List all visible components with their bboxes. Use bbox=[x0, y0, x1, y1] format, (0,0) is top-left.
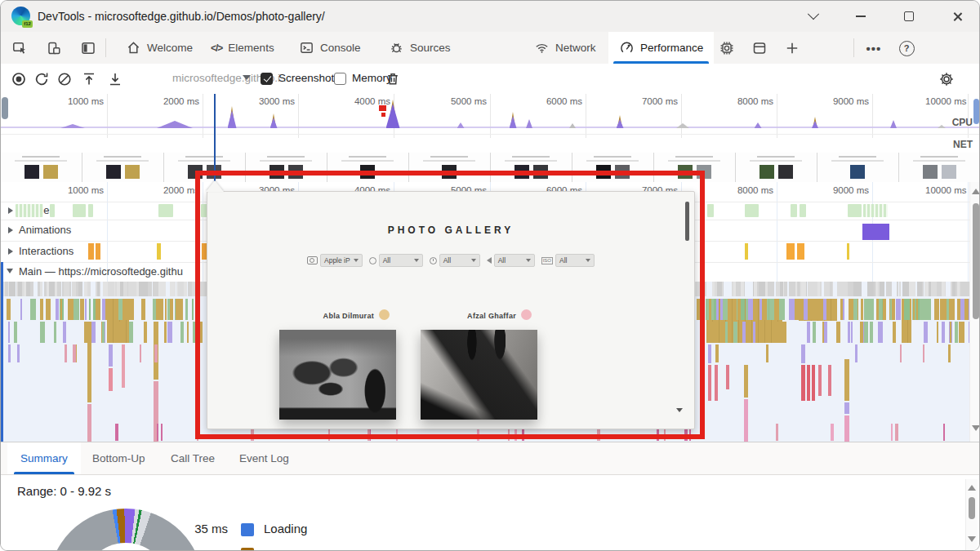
filmstrip-thumbnail[interactable] bbox=[654, 153, 736, 182]
clear-recording-button[interactable] bbox=[55, 69, 74, 89]
save-profile-button[interactable] bbox=[105, 69, 125, 89]
filmstrip-thumbnail[interactable] bbox=[327, 153, 409, 182]
scroll-up-icon[interactable] bbox=[968, 485, 976, 491]
legend-value: 35 ms bbox=[164, 522, 228, 535]
flame-bar bbox=[848, 282, 853, 296]
tab-summary[interactable]: Summary bbox=[7, 442, 81, 474]
tab-bottom-up[interactable]: Bottom-Up bbox=[79, 442, 158, 474]
filmstrip-thumbnail[interactable] bbox=[817, 153, 899, 182]
flame-bar bbox=[763, 299, 767, 320]
flame-bar bbox=[831, 424, 834, 441]
tab-event-log[interactable]: Event Log bbox=[226, 442, 302, 474]
filmstrip-thumbnail[interactable] bbox=[164, 153, 246, 182]
maximize-button[interactable] bbox=[890, 1, 928, 32]
flame-bar bbox=[867, 282, 874, 296]
animations-expand-arrow-icon[interactable] bbox=[8, 227, 13, 233]
filmstrip-thumbnail[interactable] bbox=[491, 153, 572, 182]
reload-and-record-button[interactable] bbox=[32, 69, 51, 89]
tab-console[interactable]: Console bbox=[288, 32, 372, 64]
device-emulation-button[interactable] bbox=[43, 38, 65, 59]
track-label-main[interactable]: Main — https://microsoftedge.githu bbox=[19, 265, 183, 278]
flame-bar bbox=[125, 299, 130, 320]
filmstrip-thumbnail[interactable] bbox=[82, 153, 164, 182]
add-tools-button[interactable] bbox=[782, 38, 803, 59]
track-label-interactions[interactable]: Interactions bbox=[19, 245, 74, 257]
flame-bar bbox=[856, 282, 862, 296]
scrollbar-thumb[interactable] bbox=[973, 203, 979, 319]
title-bar: f12 DevTools - microsoftedge.github.io/D… bbox=[1, 1, 979, 32]
timeline-overview[interactable]: 1000 ms2000 ms3000 ms4000 ms5000 ms6000 … bbox=[1, 94, 979, 153]
overview-right-handle[interactable] bbox=[973, 99, 979, 124]
cpu-peak bbox=[755, 122, 762, 128]
tab-call-tree[interactable]: Call Tree bbox=[158, 442, 228, 474]
download-icon bbox=[106, 70, 124, 88]
drawer-tool-button[interactable] bbox=[749, 38, 770, 59]
inspect-element-button[interactable] bbox=[9, 38, 30, 59]
close-button[interactable] bbox=[938, 1, 976, 32]
filmstrip-thumbnail[interactable] bbox=[899, 153, 979, 182]
tab-welcome[interactable]: Welcome bbox=[115, 32, 203, 64]
track-label-animations[interactable]: Animations bbox=[19, 224, 71, 236]
playhead-line[interactable] bbox=[214, 94, 216, 182]
dock-options-button[interactable] bbox=[795, 1, 832, 32]
interaction-bar bbox=[847, 243, 849, 260]
thumb-photo bbox=[678, 165, 693, 179]
tab-performance[interactable]: Performance bbox=[608, 32, 714, 64]
close-icon bbox=[952, 11, 963, 22]
flame-bar bbox=[115, 299, 117, 320]
screenshots-checkbox[interactable] bbox=[261, 73, 273, 85]
help-button[interactable]: ? bbox=[896, 38, 917, 59]
screenshot-filmstrip[interactable] bbox=[1, 153, 979, 183]
photographer-avatar bbox=[379, 309, 390, 320]
filmstrip-thumbnail[interactable] bbox=[572, 153, 654, 182]
frames-expand-arrow-icon[interactable] bbox=[8, 207, 13, 214]
minimize-button[interactable] bbox=[842, 1, 880, 32]
tab-network[interactable]: Network bbox=[523, 32, 607, 64]
tab-sources[interactable]: Sources bbox=[378, 32, 461, 64]
scroll-down-icon[interactable] bbox=[968, 536, 976, 542]
tab-label: Elements bbox=[228, 42, 274, 54]
minimize-icon bbox=[856, 16, 866, 17]
summary-scrollbar[interactable] bbox=[965, 479, 978, 551]
filmstrip-thumbnail[interactable] bbox=[736, 153, 817, 182]
main-collapse-arrow-icon[interactable] bbox=[7, 269, 13, 273]
flame-bar bbox=[129, 322, 133, 343]
capture-settings-button[interactable] bbox=[937, 69, 956, 89]
load-profile-button[interactable] bbox=[79, 69, 99, 89]
filmstrip-thumbnail[interactable] bbox=[409, 153, 491, 182]
frame-block bbox=[863, 204, 888, 217]
decoration bbox=[831, 160, 884, 162]
flame-bar bbox=[943, 424, 945, 441]
scroll-up-icon[interactable] bbox=[972, 189, 979, 194]
flash-icon bbox=[487, 257, 492, 264]
tracks-scrollbar[interactable] bbox=[969, 182, 979, 442]
more-options-button[interactable]: ••• bbox=[863, 38, 884, 59]
delete-recording-button[interactable] bbox=[383, 69, 403, 89]
interactions-expand-arrow-icon[interactable] bbox=[8, 248, 13, 255]
filmstrip-thumbnail[interactable] bbox=[1, 153, 82, 182]
screenshots-label: Screenshots bbox=[278, 72, 340, 84]
interaction-bar bbox=[88, 243, 94, 260]
record-button[interactable] bbox=[9, 69, 29, 89]
flame-bar bbox=[192, 299, 194, 320]
filmstrip-thumbnail[interactable] bbox=[246, 153, 327, 182]
flame-bar bbox=[754, 282, 757, 296]
lcp-marker-icon[interactable] bbox=[379, 105, 386, 111]
flame-stack-segment bbox=[87, 404, 91, 442]
overview-left-handle[interactable] bbox=[2, 97, 8, 119]
target-dropdown-caret-icon[interactable] bbox=[243, 75, 251, 80]
lcp-marker-icon[interactable] bbox=[381, 113, 385, 117]
scrollbar-thumb[interactable] bbox=[969, 497, 975, 519]
memory-checkbox[interactable] bbox=[334, 73, 346, 85]
home-icon bbox=[126, 40, 141, 56]
frame-block bbox=[16, 204, 43, 217]
tab-elements[interactable]: </> Elements bbox=[200, 32, 285, 64]
scroll-down-icon[interactable] bbox=[972, 425, 979, 431]
f12-badge: f12 bbox=[22, 20, 33, 28]
memory-tool-button[interactable] bbox=[716, 38, 737, 59]
tab-label: Sources bbox=[410, 42, 451, 54]
flame-bar bbox=[85, 299, 87, 320]
thumb-photo bbox=[533, 165, 548, 179]
dock-panel-button[interactable] bbox=[78, 38, 99, 59]
flame-bar bbox=[895, 424, 898, 441]
